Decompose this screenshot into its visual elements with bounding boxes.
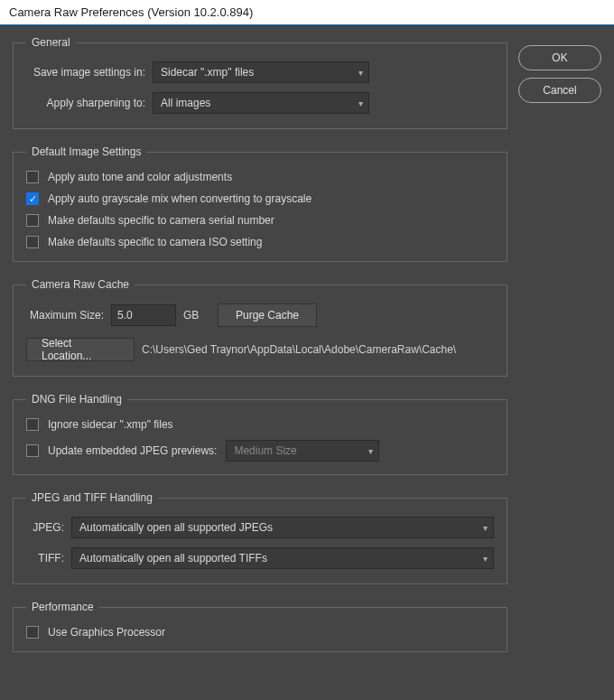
chevron-down-icon: ▾ (358, 98, 363, 108)
label-ignore-sidecar: Ignore sidecar ".xmp" files (48, 418, 173, 431)
group-jpeg-tiff: JPEG and TIFF Handling JPEG: Automatical… (13, 491, 507, 584)
chevron-down-icon: ▾ (483, 554, 488, 564)
tiff-select[interactable]: Automatically open all supported TIFFs ▾ (71, 547, 494, 569)
save-settings-value: Sidecar ".xmp" files (161, 66, 254, 79)
checkbox-auto-grayscale[interactable]: ✓ (26, 192, 39, 205)
max-size-input[interactable]: 5.0 (111, 304, 176, 326)
checkbox-update-embedded[interactable] (26, 444, 39, 457)
group-cache-legend: Camera Raw Cache (26, 278, 135, 291)
tiff-value: Automatically open all supported TIFFs (79, 552, 267, 565)
chevron-down-icon: ▾ (483, 523, 488, 533)
group-general-legend: General (26, 36, 76, 49)
sharpening-select[interactable]: All images ▾ (153, 92, 369, 114)
jpeg-select[interactable]: Automatically open all supported JPEGs ▾ (71, 517, 494, 538)
label-auto-grayscale: Apply auto grayscale mix when converting… (48, 192, 312, 205)
checkbox-iso[interactable] (26, 236, 39, 248)
group-default-image: Default Image Settings Apply auto tone a… (13, 145, 507, 262)
window-titlebar: Camera Raw Preferences (Version 10.2.0.8… (0, 0, 614, 25)
group-performance: Performance Use Graphics Processor (13, 601, 507, 652)
save-settings-label: Save image settings in: (26, 66, 145, 79)
purge-cache-button[interactable]: Purge Cache (218, 303, 317, 327)
group-default-image-legend: Default Image Settings (26, 145, 146, 158)
group-general: General Save image settings in: Sidecar … (13, 36, 507, 129)
side-column: OK Cancel (518, 36, 601, 689)
sharpening-label: Apply sharpening to: (26, 97, 145, 109)
chevron-down-icon: ▾ (358, 68, 363, 78)
chevron-down-icon: ▾ (368, 446, 373, 456)
label-auto-tone: Apply auto tone and color adjustments (48, 171, 232, 183)
checkbox-auto-tone[interactable] (26, 171, 39, 183)
max-size-value: 5.0 (117, 309, 133, 322)
cache-path: C:\Users\Ged Traynor\AppData\Local\Adobe… (142, 343, 456, 356)
max-size-label: Maximum Size: (30, 309, 104, 322)
gb-label: GB (183, 309, 210, 322)
jpeg-value: Automatically open all supported JPEGs (79, 521, 273, 534)
cancel-button[interactable]: Cancel (518, 78, 601, 103)
dialog-body: General Save image settings in: Sidecar … (0, 25, 614, 700)
checkbox-ignore-sidecar[interactable] (26, 418, 39, 431)
label-serial: Make defaults specific to camera serial … (48, 214, 274, 227)
select-location-button[interactable]: Select Location... (26, 338, 135, 361)
main-column: General Save image settings in: Sidecar … (13, 36, 507, 689)
label-iso: Make defaults specific to camera ISO set… (48, 236, 262, 248)
preview-size-select[interactable]: Medium Size ▾ (226, 440, 379, 462)
tiff-label: TIFF: (26, 552, 64, 565)
group-dng: DNG File Handling Ignore sidecar ".xmp" … (13, 393, 507, 475)
group-performance-legend: Performance (26, 601, 99, 613)
group-cache: Camera Raw Cache Maximum Size: 5.0 GB Pu… (13, 278, 507, 377)
window-title: Camera Raw Preferences (Version 10.2.0.8… (9, 5, 253, 19)
checkbox-serial[interactable] (26, 214, 39, 227)
jpeg-label: JPEG: (26, 521, 64, 534)
group-dng-legend: DNG File Handling (26, 393, 127, 406)
preview-size-value: Medium Size (234, 444, 296, 457)
label-update-embedded: Update embedded JPEG previews: (48, 444, 217, 457)
checkbox-gpu[interactable] (26, 626, 39, 639)
group-jpeg-tiff-legend: JPEG and TIFF Handling (26, 491, 158, 504)
label-gpu: Use Graphics Processor (48, 626, 165, 639)
save-settings-select[interactable]: Sidecar ".xmp" files ▾ (153, 61, 369, 83)
ok-button[interactable]: OK (518, 45, 601, 70)
sharpening-value: All images (161, 97, 210, 109)
